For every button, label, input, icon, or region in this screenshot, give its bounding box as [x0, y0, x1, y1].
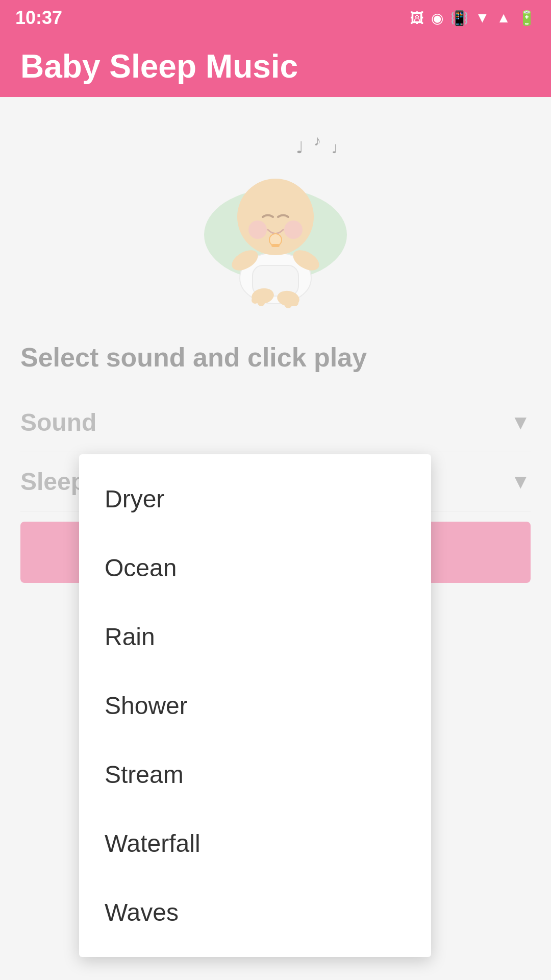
battery-icon: 🔋 [518, 10, 536, 27]
image-icon: 🖼 [410, 10, 424, 27]
dropdown-item[interactable]: Waterfall [79, 809, 431, 878]
signal-icon: ▲ [496, 10, 511, 26]
circle-icon: ◉ [431, 10, 443, 27]
dropdown-item[interactable]: Shower [79, 671, 431, 740]
dropdown-item[interactable]: Stream [79, 740, 431, 809]
app-title: Baby Sleep Music [20, 47, 298, 85]
app-bar: Baby Sleep Music [0, 36, 551, 97]
dropdown-item[interactable]: Ocean [79, 533, 431, 602]
status-bar: 10:37 🖼 ◉ 📳 ▼ ▲ 🔋 [0, 0, 551, 36]
vibrate-icon: 📳 [450, 10, 468, 27]
dropdown-item[interactable]: Dryer [79, 464, 431, 533]
wifi-icon: ▼ [475, 10, 490, 26]
sound-dropdown-menu: DryerOceanRainShowerStreamWaterfallWaves [79, 454, 431, 957]
dropdown-item[interactable]: Rain [79, 602, 431, 671]
dropdown-item[interactable]: Waves [79, 878, 431, 947]
status-icons: 🖼 ◉ 📳 ▼ ▲ 🔋 [410, 10, 536, 27]
status-time: 10:37 [15, 7, 62, 29]
